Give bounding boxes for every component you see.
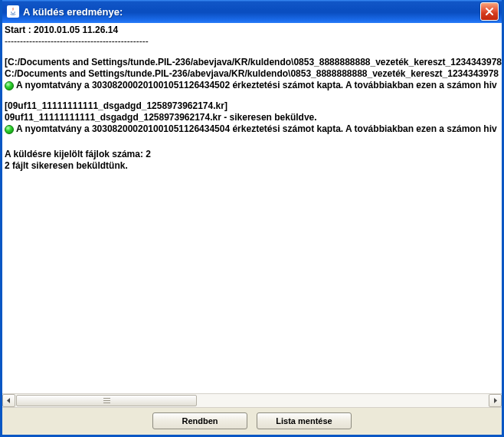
save-list-button[interactable]: Lista mentése (257, 412, 352, 429)
scroll-right-button[interactable] (489, 394, 502, 407)
file2-bracket-line: [09uf11_11111111111_dsgadgd_125897396217… (5, 100, 499, 112)
log-content[interactable]: Start : 2010.01.05 11.26.14 ------------… (2, 23, 502, 393)
scroll-left-button[interactable] (2, 394, 15, 407)
file1-bracket-line: [C:/Documents and Settings/tunde.PIL-236… (5, 57, 499, 68)
ack1-text: A nyomtatvány a 303082000201001051126434… (16, 80, 497, 91)
dialog-window: A küldés eredménye: Start : 2010.01.05 1… (0, 0, 504, 437)
ack2-text: A nyomtatvány a 303082000201001051126434… (16, 123, 497, 135)
status-ok-icon (5, 125, 14, 134)
ack2-line: A nyomtatvány a 303082000201001051126434… (5, 123, 499, 135)
button-bar: Rendben Lista mentése (2, 407, 502, 435)
file1-plain-line: C:/Documents and Settings/tunde.PIL-236/… (5, 68, 499, 80)
java-icon (7, 5, 19, 18)
horizontal-scrollbar[interactable] (2, 393, 502, 407)
content-wrap: Start : 2010.01.05 11.26.14 ------------… (2, 23, 502, 407)
file2-plain-line: 09uf11_11111111111_dsgadgd_1258973962174… (5, 112, 499, 123)
ok-button[interactable]: Rendben (152, 412, 247, 429)
divider-line: ----------------------------------------… (5, 36, 499, 48)
scroll-track[interactable] (16, 394, 488, 407)
blank-line (5, 135, 499, 144)
status-ok-icon (5, 81, 14, 90)
summary2-line: 2 fájlt sikeresen beküldtünk. (5, 160, 499, 172)
close-button[interactable] (480, 2, 499, 21)
summary1-line: A küldésre kijelölt fájlok száma: 2 (5, 149, 499, 160)
blank-line (5, 91, 499, 100)
ack1-line: A nyomtatvány a 303082000201001051126434… (5, 80, 499, 91)
titlebar[interactable]: A küldés eredménye: (2, 0, 502, 23)
client-area: Start : 2010.01.05 11.26.14 ------------… (2, 23, 502, 435)
window-title: A küldés eredménye: (23, 6, 480, 18)
scroll-thumb[interactable] (16, 395, 197, 406)
start-line: Start : 2010.01.05 11.26.14 (5, 25, 499, 36)
blank-line (5, 48, 499, 57)
